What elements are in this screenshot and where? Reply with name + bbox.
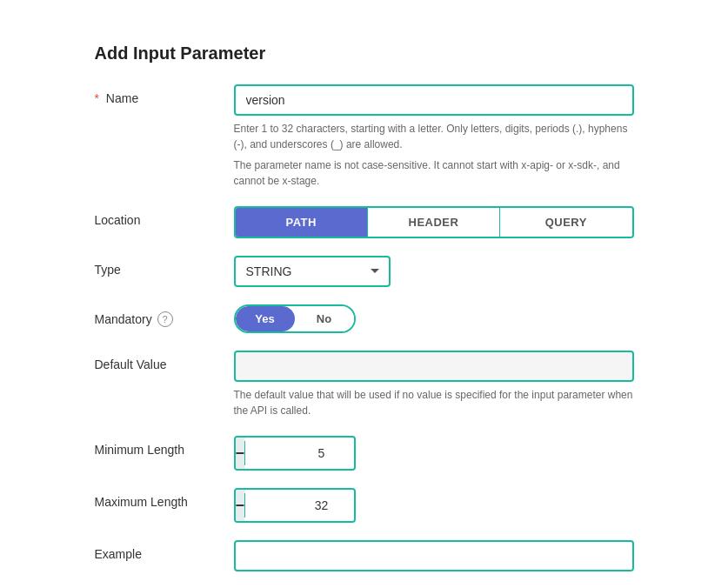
min-length-input[interactable] [244,441,355,465]
example-label: Example [95,540,234,561]
max-length-decrement-button[interactable]: − [236,490,245,521]
mandatory-control: Yes No [234,304,634,333]
example-control [234,540,634,571]
max-length-stepper: − + [234,488,356,523]
name-hint2: The parameter name is not case-sensitive… [234,157,634,189]
name-control: Enter 1 to 32 characters, starting with … [234,84,634,189]
max-length-control: − + [234,488,634,523]
type-control: STRING NUMBER BOOLEAN [234,256,634,287]
type-select[interactable]: STRING NUMBER BOOLEAN [234,256,391,287]
name-hint1: Enter 1 to 32 characters, starting with … [234,121,634,152]
default-value-row: Default Value The default value that wil… [95,351,634,418]
mandatory-label: Mandatory [95,312,152,326]
mandatory-no-button[interactable]: No [295,306,354,331]
dialog-title: Add Input Parameter [95,43,634,63]
location-path-button[interactable]: PATH [236,208,368,237]
max-length-label: Maximum Length [95,488,234,509]
min-length-stepper: − + [234,436,356,471]
add-input-parameter-dialog: Add Input Parameter * Name Enter 1 to 32… [60,17,669,588]
mandatory-help-icon[interactable]: ? [157,311,173,327]
default-value-label: Default Value [95,351,234,371]
default-value-input[interactable] [234,351,634,382]
location-group: PATH HEADER QUERY [234,206,634,238]
example-row: Example [95,540,634,571]
default-value-control: The default value that will be used if n… [234,351,634,418]
name-input[interactable] [234,84,634,116]
type-label: Type [95,256,234,277]
required-star: * [95,91,99,105]
type-row: Type STRING NUMBER BOOLEAN [95,256,634,287]
max-length-input[interactable] [244,493,355,518]
mandatory-yes-button[interactable]: Yes [236,306,295,331]
location-query-button[interactable]: QUERY [500,208,631,237]
mandatory-label-container: Mandatory ? [95,304,234,327]
min-length-decrement-button[interactable]: − [236,438,245,469]
min-length-row: Minimum Length − + [95,436,634,471]
mandatory-toggle-group: Yes No [234,304,356,333]
min-length-control: − + [234,436,634,471]
location-row: Location PATH HEADER QUERY [95,206,634,238]
default-value-hint: The default value that will be used if n… [234,387,634,418]
location-header-button[interactable]: HEADER [368,208,500,237]
location-label: Location [95,206,234,227]
location-control: PATH HEADER QUERY [234,206,634,238]
mandatory-row: Mandatory ? Yes No [95,304,634,333]
name-label: * Name [95,84,234,105]
min-length-label: Minimum Length [95,436,234,457]
max-length-row: Maximum Length − + [95,488,634,523]
example-input[interactable] [234,540,634,571]
name-row: * Name Enter 1 to 32 characters, startin… [95,84,634,189]
